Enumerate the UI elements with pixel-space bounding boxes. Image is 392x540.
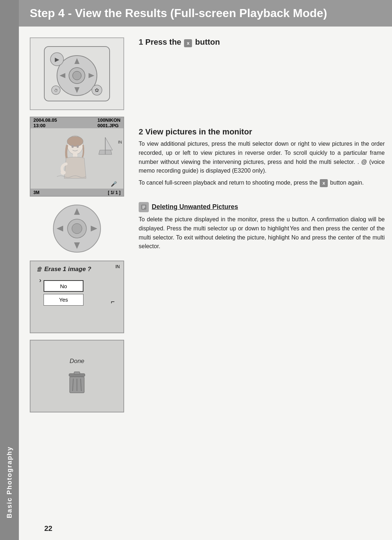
content-area: ▶ ✿ ⏱ 2004.08.05 13:00 100N bbox=[19, 37, 392, 412]
monitor-top-bar: 2004.08.05 13:00 100NIKON 0001.JPG bbox=[30, 117, 123, 128]
svg-rect-31 bbox=[74, 372, 80, 374]
sidebar-label: Basic Photography bbox=[6, 446, 13, 518]
erase-dialog: IN 🗑 Erase 1 image ? › No Yes ⌐ bbox=[30, 261, 124, 333]
erase-title-text: Erase 1 image ? bbox=[44, 266, 91, 273]
erase-button-group: No Yes bbox=[44, 280, 118, 306]
monitor-date: 2004.08.05 13:00 bbox=[33, 117, 57, 128]
svg-text:▶: ▶ bbox=[55, 56, 60, 63]
svg-point-17 bbox=[61, 170, 66, 175]
svg-point-18 bbox=[72, 145, 74, 148]
page-header: Step 4 - View the Results (Full-screen P… bbox=[19, 0, 392, 27]
sidebar: Basic Photography bbox=[0, 0, 19, 540]
step1-block: 1 Press the x button bbox=[139, 37, 385, 47]
step2-number: 2 bbox=[139, 127, 143, 137]
dpad-control bbox=[52, 203, 102, 254]
monitor-content-area: IN bbox=[30, 128, 123, 189]
monitor-frame: [ 1/ 1 ] bbox=[108, 190, 121, 195]
selector-arrow: › bbox=[39, 277, 41, 284]
x-button-icon: x bbox=[184, 39, 192, 47]
yes-button[interactable]: Yes bbox=[44, 294, 83, 306]
step2-body1: To view additional pictures, press the m… bbox=[139, 140, 385, 176]
step1-header: 1 Press the x button bbox=[139, 37, 385, 47]
svg-point-25 bbox=[72, 223, 82, 234]
step2-body2: To cancel full-screen playback and retur… bbox=[139, 178, 385, 188]
svg-point-19 bbox=[77, 145, 79, 148]
svg-marker-20 bbox=[105, 137, 113, 150]
svg-point-15 bbox=[67, 136, 83, 146]
monitor-bottom-bar: 3M [ 1/ 1 ] bbox=[30, 189, 123, 197]
step2-header: 2 View pictures in the monitor bbox=[139, 127, 385, 137]
page-title: Step 4 - View the Results (Full-screen P… bbox=[30, 7, 381, 20]
step1-number: 1 bbox=[139, 37, 143, 47]
step2-title: View pictures in the monitor bbox=[145, 127, 252, 137]
no-button[interactable]: No bbox=[44, 280, 83, 292]
step1-title: Press the x button bbox=[145, 37, 220, 47]
right-column: 1 Press the x button 2 View pictures in … bbox=[139, 37, 385, 412]
note-title: Deleting Unwanted Pictures bbox=[152, 203, 238, 211]
monitor-display: 2004.08.05 13:00 100NIKON 0001.JPG IN bbox=[30, 117, 124, 197]
note-icon bbox=[139, 202, 149, 212]
done-box: Done bbox=[30, 340, 124, 412]
svg-point-3 bbox=[73, 71, 81, 80]
note-section: Deleting Unwanted Pictures To delete the… bbox=[139, 202, 385, 251]
step2-block: 2 View pictures in the monitor To view a… bbox=[139, 127, 385, 188]
svg-text:✿: ✿ bbox=[95, 87, 99, 93]
monitor-file: 100NIKON 0001.JPG bbox=[97, 117, 121, 128]
erase-trash-icon: 🗑 bbox=[36, 266, 42, 273]
erase-title-row: 🗑 Erase 1 image ? bbox=[36, 266, 91, 273]
page-number: 22 bbox=[44, 524, 52, 533]
monitor-badge: 3M bbox=[33, 190, 40, 195]
done-label: Done bbox=[70, 358, 85, 365]
erase-mode-icon: IN bbox=[115, 264, 120, 269]
left-column: ▶ ✿ ⏱ 2004.08.05 13:00 100N bbox=[26, 37, 128, 412]
camera-diagram: ▶ ✿ ⏱ bbox=[30, 37, 124, 110]
note-title-row: Deleting Unwanted Pictures bbox=[139, 202, 385, 212]
bracket-icon: ⌐ bbox=[111, 298, 115, 306]
main-content: Step 4 - View the Results (Full-screen P… bbox=[19, 0, 392, 540]
monitor-mode-icon: IN bbox=[118, 140, 122, 144]
note-body: To delete the picture displayed in the m… bbox=[139, 215, 385, 251]
x-button-icon2: x bbox=[320, 179, 328, 187]
svg-text:⏱: ⏱ bbox=[54, 88, 58, 93]
